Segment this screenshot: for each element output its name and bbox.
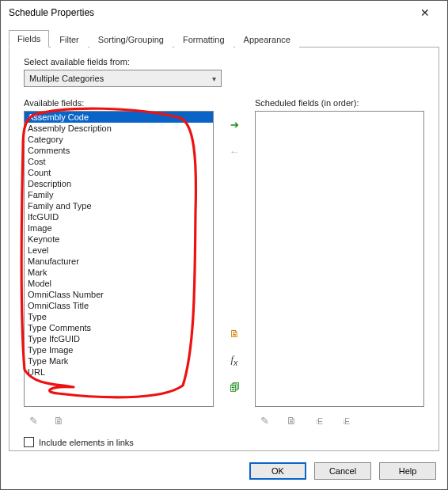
- list-item[interactable]: Assembly Description: [25, 123, 213, 134]
- new-parameter-button[interactable]: [225, 325, 244, 342]
- list-item[interactable]: Description: [25, 178, 213, 189]
- dialog-body: Select available fields from: Multiple C…: [9, 47, 439, 451]
- pencil-icon: [260, 415, 269, 427]
- cancel-label: Cancel: [329, 466, 356, 476]
- combo-value: Multiple Categories: [29, 74, 104, 83]
- available-toolbar: [24, 412, 214, 429]
- chevron-down-icon: ▾: [212, 74, 216, 83]
- tab-fields[interactable]: Fields: [9, 30, 49, 47]
- scheduled-column: Scheduled fields (in order):: [255, 97, 424, 429]
- move-up-icon: [315, 415, 321, 427]
- add-field-button[interactable]: [225, 116, 244, 133]
- arrow-right-icon: [230, 119, 239, 131]
- new-doc-icon: [287, 415, 297, 427]
- tab-filter[interactable]: Filter: [51, 31, 87, 47]
- tab-sorting-grouping[interactable]: Sorting/Grouping: [89, 31, 173, 47]
- list-item[interactable]: Family: [25, 189, 213, 200]
- close-button[interactable]: ✕: [409, 2, 441, 24]
- list-item[interactable]: Type IfcGUID: [25, 333, 213, 344]
- calculated-value-button[interactable]: fx: [225, 351, 244, 369]
- include-links-row[interactable]: Include elements in links: [24, 437, 424, 447]
- category-combo[interactable]: Multiple Categories ▾: [24, 70, 222, 87]
- remove-field-button[interactable]: [225, 142, 244, 160]
- include-links-checkbox[interactable]: [24, 437, 34, 447]
- dialog-window: Schedule Properties ✕ FieldsFilterSortin…: [0, 0, 448, 490]
- list-item[interactable]: Type Comments: [25, 322, 213, 333]
- titlebar: Schedule Properties ✕: [1, 1, 447, 25]
- window-title: Schedule Properties: [9, 7, 94, 18]
- list-item[interactable]: Keynote: [25, 234, 213, 245]
- scheduled-label: Scheduled fields (in order):: [255, 98, 424, 108]
- ok-label: OK: [271, 466, 284, 476]
- cancel-button[interactable]: Cancel: [314, 462, 371, 480]
- tab-appearance[interactable]: Appearance: [235, 31, 299, 47]
- list-item[interactable]: URL: [25, 367, 213, 378]
- move-down-button[interactable]: [336, 412, 355, 429]
- list-item[interactable]: Assembly Code: [25, 112, 213, 123]
- list-item[interactable]: Category: [25, 134, 213, 145]
- list-item[interactable]: Count: [25, 167, 213, 178]
- list-item[interactable]: Image: [25, 222, 213, 234]
- tab-bar: FieldsFilterSorting/GroupingFormattingAp…: [9, 29, 439, 47]
- pencil-icon: [29, 415, 38, 427]
- arrow-left-icon: [230, 146, 240, 158]
- move-up-button[interactable]: [309, 412, 328, 429]
- include-links-label: Include elements in links: [39, 438, 134, 447]
- close-icon: ✕: [420, 6, 430, 19]
- fx-icon: fx: [230, 353, 237, 367]
- combine-parameters-button[interactable]: [225, 378, 244, 396]
- scheduled-fields-list[interactable]: [255, 111, 424, 407]
- available-fields-list[interactable]: Assembly CodeAssembly DescriptionCategor…: [24, 111, 214, 407]
- combine-icon: [230, 382, 240, 393]
- help-label: Help: [399, 466, 417, 476]
- move-down-icon: [342, 415, 348, 427]
- delete-scheduled-button[interactable]: [282, 412, 301, 429]
- list-item[interactable]: Cost: [25, 156, 213, 167]
- fields-columns: Available fields: Assembly CodeAssembly …: [24, 97, 424, 429]
- available-column: Available fields: Assembly CodeAssembly …: [24, 97, 214, 429]
- dialog-footer: OK Cancel Help: [1, 456, 447, 489]
- list-item[interactable]: Family and Type: [25, 200, 213, 211]
- scheduled-toolbar: [255, 412, 424, 429]
- new-field-button[interactable]: [49, 412, 68, 429]
- edit-scheduled-button[interactable]: [255, 412, 274, 429]
- list-item[interactable]: Comments: [25, 145, 213, 156]
- middle-column: fx: [222, 97, 247, 429]
- list-item[interactable]: OmniClass Title: [25, 300, 213, 311]
- list-item[interactable]: Mark: [25, 267, 213, 278]
- list-item[interactable]: OmniClass Number: [25, 289, 213, 300]
- list-item[interactable]: Manufacturer: [25, 256, 213, 267]
- ok-button[interactable]: OK: [249, 462, 306, 480]
- list-item[interactable]: Type Mark: [25, 355, 213, 367]
- list-item[interactable]: Model: [25, 278, 213, 289]
- help-button[interactable]: Help: [379, 462, 436, 480]
- list-item[interactable]: Level: [25, 245, 213, 256]
- edit-field-button[interactable]: [24, 412, 43, 429]
- select-from-label: Select available fields from:: [24, 57, 424, 66]
- new-doc-icon: [54, 415, 64, 427]
- new-parameter-icon: [230, 328, 240, 340]
- list-item[interactable]: IfcGUID: [25, 211, 213, 222]
- tab-formatting[interactable]: Formatting: [174, 31, 233, 47]
- list-item[interactable]: Type: [25, 311, 213, 322]
- available-label: Available fields:: [24, 98, 214, 108]
- list-item[interactable]: Type Image: [25, 344, 213, 355]
